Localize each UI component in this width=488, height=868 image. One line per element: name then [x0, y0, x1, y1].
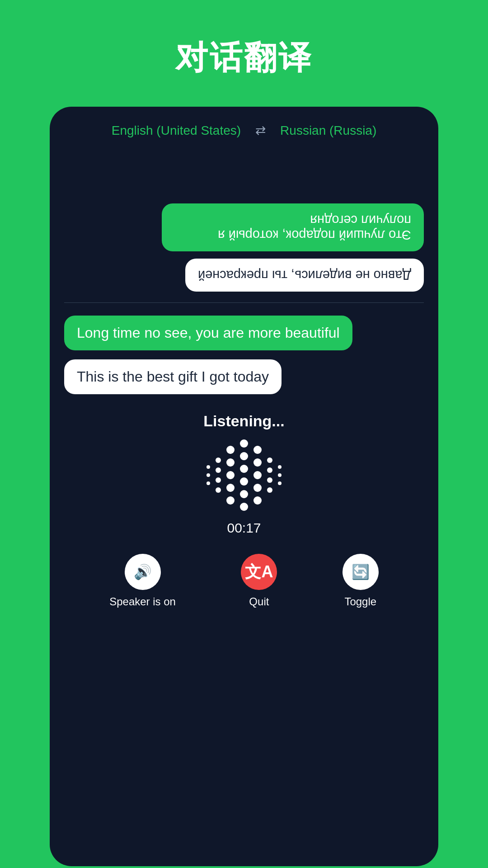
- lower-chat-area: Long time no see, you are more beautiful…: [50, 303, 438, 394]
- wave-col-1: [206, 465, 210, 485]
- lang-left[interactable]: English (United States): [112, 123, 241, 138]
- speaker-icon: 🔊: [134, 563, 152, 580]
- dot: [240, 503, 248, 511]
- wave-col-5: [253, 446, 262, 505]
- language-bar: English (United States) ⇄ Russian (Russi…: [50, 107, 438, 149]
- dot: [226, 446, 235, 454]
- page-title: 对话翻译: [175, 36, 313, 80]
- wave-col-7: [278, 465, 282, 485]
- toggle-control[interactable]: 🔄 Toggle: [343, 554, 379, 608]
- dot: [240, 452, 248, 460]
- dot: [216, 477, 221, 483]
- dot: [206, 473, 210, 477]
- translate-icon: 文A: [245, 561, 273, 583]
- dot: [253, 458, 262, 467]
- dot: [278, 481, 282, 485]
- dot: [216, 458, 221, 463]
- upper-chat-area: Это лучший подарок, который я получил се…: [50, 149, 438, 302]
- dot: [206, 481, 210, 485]
- dot: [278, 465, 282, 469]
- refresh-icon: 🔄: [352, 563, 370, 580]
- wave-col-3: [226, 446, 235, 505]
- dot: [267, 487, 272, 493]
- lower-bubble-white: This is the best gift I got today: [64, 359, 282, 394]
- waveform: [197, 439, 291, 511]
- dot: [253, 471, 262, 479]
- dot: [253, 446, 262, 454]
- dot: [226, 471, 235, 479]
- dot: [240, 490, 248, 498]
- dot: [240, 465, 248, 473]
- dot: [267, 467, 272, 473]
- dot: [267, 458, 272, 463]
- upper-bubble-green: Это лучший подарок, который я получил се…: [162, 203, 424, 251]
- wave-col-4: [240, 439, 248, 511]
- speaker-button[interactable]: 🔊: [125, 554, 161, 590]
- dot: [267, 477, 272, 483]
- quit-label: Quit: [249, 595, 269, 608]
- dot: [226, 496, 235, 505]
- dot: [240, 439, 248, 448]
- dot: [240, 477, 248, 486]
- bottom-controls: 🔊 Speaker is on 文A Quit 🔄 Toggle: [50, 545, 438, 626]
- toggle-button[interactable]: 🔄: [343, 554, 379, 590]
- dot: [226, 458, 235, 467]
- upper-bubble-white: Давно не виделись, ты прекрасней: [185, 259, 424, 292]
- listening-section: Listening...: [50, 394, 438, 545]
- phone-card: English (United States) ⇄ Russian (Russi…: [50, 107, 438, 866]
- dot: [226, 484, 235, 492]
- dot: [216, 467, 221, 473]
- wave-col-2: [216, 458, 221, 493]
- quit-button[interactable]: 文A: [241, 554, 277, 590]
- timer: 00:17: [227, 520, 261, 536]
- dot: [206, 465, 210, 469]
- lower-bubble-green: Long time no see, you are more beautiful: [64, 316, 352, 350]
- listening-status: Listening...: [203, 412, 284, 430]
- dot: [278, 473, 282, 477]
- lang-right[interactable]: Russian (Russia): [280, 123, 376, 138]
- swap-icon[interactable]: ⇄: [255, 123, 266, 138]
- speaker-label: Speaker is on: [109, 595, 176, 608]
- dot: [253, 484, 262, 492]
- quit-control[interactable]: 文A Quit: [241, 554, 277, 608]
- dot: [253, 496, 262, 505]
- dot: [216, 487, 221, 493]
- wave-col-6: [267, 458, 272, 493]
- toggle-label: Toggle: [344, 595, 376, 608]
- speaker-control[interactable]: 🔊 Speaker is on: [109, 554, 176, 608]
